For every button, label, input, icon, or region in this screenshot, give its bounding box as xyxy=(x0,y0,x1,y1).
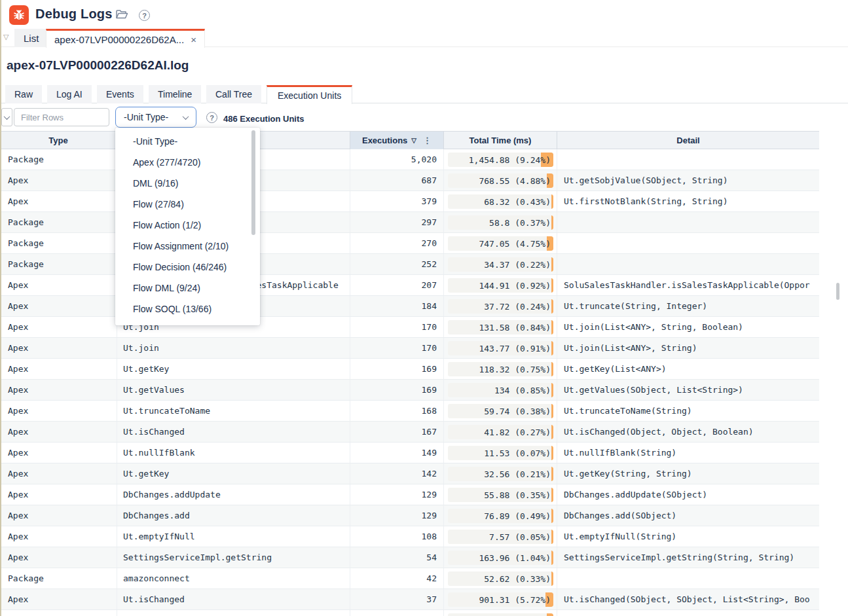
column-header-detail[interactable]: Detail xyxy=(557,132,819,149)
table-row[interactable]: ApexDbChanges.addUpdate12955.88 (0.35%)D… xyxy=(0,484,819,505)
cell-type: Apex xyxy=(0,526,117,547)
view-tab-execution-units[interactable]: Execution Units xyxy=(267,85,352,104)
total-time-value: 134 (0.85%) xyxy=(494,383,551,397)
unit-type-option[interactable]: Flow (27/84) xyxy=(115,194,260,215)
cell-executions: 169 xyxy=(350,359,444,379)
unit-type-option[interactable]: DML (9/16) xyxy=(115,173,260,194)
filter-funnel-icon[interactable]: ▽ xyxy=(411,137,416,144)
expand-rows-button[interactable] xyxy=(1,108,12,126)
cell-detail: SoluSalesTaskHandler.isSalesTaskApplicab… xyxy=(557,275,819,295)
cell-executions: 37 xyxy=(350,589,444,609)
column-header-executions[interactable]: Executions ▽ ⋮ xyxy=(350,132,444,149)
table-row[interactable]: ApexUt.truncateToName16859.74 (0.38%)Ut.… xyxy=(0,401,819,422)
view-tab-events[interactable]: Events xyxy=(97,85,143,103)
bug-logo-icon xyxy=(9,5,29,25)
app-header: Debug Logs ? xyxy=(0,0,848,29)
view-tab-call-tree[interactable]: Call Tree xyxy=(206,85,261,103)
total-time-bar-fill xyxy=(551,530,553,544)
cell-total-time: 11.53 (0.07%) xyxy=(444,443,557,463)
tab-log-file[interactable]: apex-07LVP00000226D62A... × xyxy=(46,29,205,48)
cell-name: Ut.join xyxy=(117,338,350,358)
cell-executions: 252 xyxy=(350,254,444,274)
total-time-bar: 118.32 (0.75%) xyxy=(448,362,553,376)
table-row[interactable]: ApexUt.isChanged16741.82 (0.27%)Ut.isCha… xyxy=(0,422,819,443)
cell-name: Ut.isChanged xyxy=(117,589,350,609)
cell-type: Package xyxy=(0,568,117,589)
units-help-icon[interactable]: ? xyxy=(206,112,217,123)
unit-type-option[interactable]: Flow SOQL (13/66) xyxy=(115,299,260,319)
cell-detail: Ut.getValues(SObject, List<String>) xyxy=(557,380,819,400)
total-time-bar-fill xyxy=(551,194,553,209)
table-row[interactable]: ApexUt.join170143.77 (0.91%)Ut.join(List… xyxy=(0,338,819,359)
table-row[interactable]: Packageamazonconnect4252.62 (0.33%) xyxy=(0,568,819,589)
total-time-value: 11.53 (0.07%) xyxy=(484,446,551,460)
cell-type: Apex xyxy=(0,505,117,526)
table-row[interactable]: ApexDbChanges.add12976.89 (0.49%)DbChang… xyxy=(0,505,819,526)
unit-type-option[interactable]: Flow Action (1/2) xyxy=(115,215,260,236)
unit-type-value: -Unit Type- xyxy=(124,112,168,122)
table-row[interactable]: ApexUt.getValues169134 (0.85%)Ut.getValu… xyxy=(0,380,819,401)
cell-detail: DbChanges.add(SObject) xyxy=(557,505,819,526)
cell-type: Apex xyxy=(0,422,117,442)
view-tab-timeline[interactable]: Timeline xyxy=(149,85,201,103)
cell-name: Ut.isChanged xyxy=(117,422,350,442)
cell-type: Apex xyxy=(0,338,117,358)
unit-type-option[interactable]: Flow Assignment (2/10) xyxy=(115,236,260,257)
cell-detail xyxy=(557,212,819,232)
total-time-bar-fill xyxy=(551,362,553,376)
view-tab-raw[interactable]: Raw xyxy=(5,85,42,103)
unit-type-option[interactable]: Flow DML (9/24) xyxy=(115,278,260,299)
close-tab-icon[interactable]: × xyxy=(191,34,196,45)
total-time-bar-fill xyxy=(551,257,553,272)
unit-type-option[interactable]: -Unit Type- xyxy=(115,131,260,152)
total-time-bar-fill xyxy=(551,215,553,230)
cell-detail: Ut.getKey(List<ANY>) xyxy=(557,359,819,379)
tab-log-label: apex-07LVP00000226D62A... xyxy=(54,34,184,45)
cell-name: Ut.emptyIfNull xyxy=(117,526,350,547)
view-tab-log-ai[interactable]: Log AI xyxy=(47,85,92,103)
total-time-bar-fill xyxy=(551,341,553,355)
cell-detail: Ut.join(List<ANY>, String) xyxy=(557,338,819,358)
total-time-bar: 1,454.88 (9.24%) xyxy=(448,153,553,167)
tab-list-caret-icon[interactable]: ▽ xyxy=(3,33,9,41)
filter-rows-input[interactable] xyxy=(14,108,109,126)
table-row[interactable]: ApexUt.emptyIfNull1087.57 (0.05%)Ut.empt… xyxy=(0,526,819,547)
unit-type-select[interactable]: -Unit Type- xyxy=(115,107,196,128)
total-time-bar-fill xyxy=(551,446,553,460)
total-time-bar xyxy=(448,613,553,616)
cell-type xyxy=(0,610,117,616)
help-icon[interactable]: ? xyxy=(139,10,150,21)
open-folder-icon[interactable] xyxy=(115,9,128,20)
cell-detail: Ut.truncate(String, Integer) xyxy=(557,296,819,316)
cell-total-time: 7.57 (0.05%) xyxy=(444,526,557,547)
column-menu-icon[interactable]: ⋮ xyxy=(423,136,432,145)
unit-type-option[interactable]: Flow Decision (46/246) xyxy=(115,257,260,278)
cell-executions: 108 xyxy=(350,526,444,547)
column-header-total-time[interactable]: Total Time (ms) xyxy=(444,132,557,149)
table-scrollbar[interactable] xyxy=(836,283,839,300)
column-header-type[interactable]: Type xyxy=(0,132,117,149)
table-row[interactable]: ApexUt.getKey169118.32 (0.75%)Ut.getKey(… xyxy=(0,359,819,380)
table-row[interactable]: ApexUt.isChanged37901.31 (5.72%)Ut.isCha… xyxy=(0,589,819,610)
total-time-bar: 131.58 (0.84%) xyxy=(448,320,553,335)
cell-detail: Ut.truncateToName(String) xyxy=(557,401,819,421)
dropdown-scrollbar[interactable] xyxy=(251,130,255,235)
window-tab-strip: ▽ List apex-07LVP00000226D62A... × xyxy=(0,29,848,47)
table-row[interactable]: ApexUt.nullIfBlank14911.53 (0.07%)Ut.nul… xyxy=(0,443,819,463)
cell-executions: 129 xyxy=(350,505,444,526)
cell-detail xyxy=(557,149,819,170)
table-row[interactable]: ApexSettingsServiceImpl.getString54163.9… xyxy=(0,547,819,568)
table-row[interactable]: ApexUt.getKey14232.56 (0.21%)Ut.getKey(S… xyxy=(0,463,819,484)
cell-total-time: 1,454.88 (9.24%) xyxy=(444,149,557,170)
total-time-bar-fill xyxy=(547,613,553,616)
total-time-bar: 11.53 (0.07%) xyxy=(448,446,553,460)
unit-type-option[interactable]: Apex (277/4720) xyxy=(115,152,260,173)
total-time-bar: 68.32 (0.43%) xyxy=(448,194,553,209)
table-row[interactable] xyxy=(0,610,819,616)
executions-header-label: Executions xyxy=(362,136,407,145)
total-time-value: 52.62 (0.33%) xyxy=(484,571,551,586)
log-header: apex-07LVP00000226D62AI.log Errors (3) 1… xyxy=(0,47,848,85)
total-time-bar-fill xyxy=(551,571,553,586)
cell-total-time: 131.58 (0.84%) xyxy=(444,317,557,337)
tab-list[interactable]: List xyxy=(14,29,48,47)
